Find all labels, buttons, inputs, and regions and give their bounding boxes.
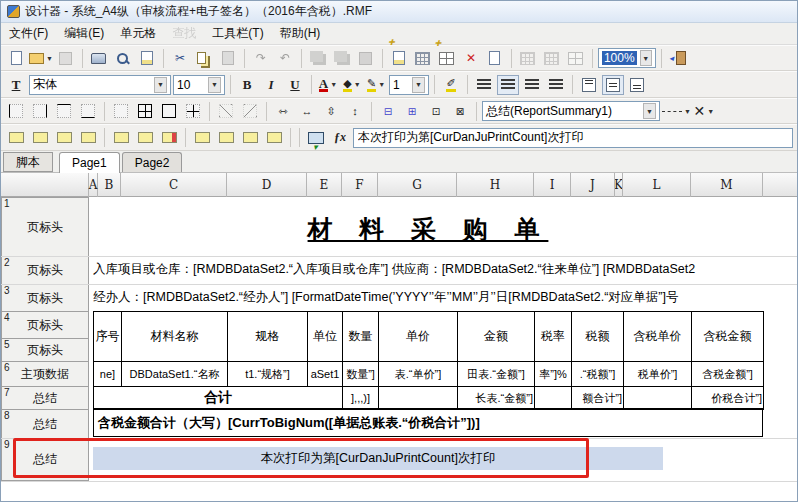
total-qty-cell[interactable]: ],,,)]	[343, 387, 379, 410]
highlight-button[interactable]: ✐	[440, 75, 462, 95]
tab-script[interactable]: 脚本	[3, 152, 53, 172]
col-header-i[interactable]: I	[534, 173, 571, 197]
insert-row-above-button[interactable]	[5, 128, 27, 148]
line-style-button[interactable]: ▼	[662, 101, 691, 121]
font-color-button[interactable]: A▼	[317, 75, 339, 95]
fill-color-button[interactable]: ◆▼	[341, 75, 363, 95]
valign-middle-button[interactable]	[602, 75, 624, 95]
header-cell-tax-amount[interactable]: 含税金额	[692, 312, 764, 362]
undo-button[interactable]: ↶	[274, 48, 296, 68]
report-canvas[interactable]: 材 料 采 购 单 入库项目或仓库：[RMDBDataSet2.“入库项目或仓库…	[1, 197, 798, 502]
header-cell-spec[interactable]: 规格	[228, 312, 308, 362]
snap-grid-button[interactable]	[541, 48, 563, 68]
header-cell-seq[interactable]: 序号	[94, 312, 122, 362]
data-cell-qty[interactable]: 数量”]	[343, 362, 379, 387]
add-page-button[interactable]	[436, 48, 458, 68]
bring-forward-button[interactable]	[307, 48, 329, 68]
print-button[interactable]	[88, 48, 110, 68]
tab-page1[interactable]: Page1	[59, 152, 120, 173]
delete-page-button[interactable]: ✕	[460, 48, 482, 68]
valign-top-button[interactable]	[578, 75, 600, 95]
zoom-dropdown-arrow[interactable]: ▼	[640, 50, 652, 66]
menu-edit[interactable]: 编辑(E)	[56, 23, 112, 44]
line-style-dropdown-arrow[interactable]: ▼	[684, 108, 691, 115]
cell-content-button[interactable]	[305, 128, 327, 148]
page-setup-button[interactable]	[136, 48, 158, 68]
header-cell-material[interactable]: 材料名称	[122, 312, 228, 362]
border-all-button[interactable]	[134, 101, 156, 121]
font-dialog-button[interactable]: T	[5, 75, 27, 95]
merge-cells-button[interactable]	[191, 128, 213, 148]
delete-col-button[interactable]	[134, 128, 156, 148]
total-amount-cell[interactable]: 长表.“金额”]	[458, 387, 535, 410]
line-color-button[interactable]: ✎▼	[365, 75, 387, 95]
data-cell-tax-price[interactable]: 税单价”]	[624, 362, 692, 387]
blank-page-button[interactable]	[484, 48, 506, 68]
fill-color-dropdown-arrow[interactable]: ▼	[354, 81, 361, 88]
auto-height-button[interactable]: ↕	[344, 101, 366, 121]
total-tax-amount-cell[interactable]: 价税合计”]	[692, 387, 764, 410]
cut-button[interactable]: ✂	[169, 48, 191, 68]
border-outer-button[interactable]	[158, 101, 180, 121]
exit-button[interactable]	[667, 48, 689, 68]
line-color-dropdown-arrow[interactable]: ▼	[378, 81, 385, 88]
header-cell-qty[interactable]: 数量	[343, 312, 379, 362]
bold-button[interactable]: B	[236, 75, 258, 95]
align-right-button[interactable]	[521, 75, 543, 95]
insert-col-right-button[interactable]	[77, 128, 99, 148]
data-cell-spec[interactable]: t1.“规格”]	[228, 362, 308, 387]
delete-row-button[interactable]	[110, 128, 132, 148]
fit-height-button[interactable]: ⇳	[320, 101, 342, 121]
header-cell-tax-price[interactable]: 含税单价	[624, 312, 692, 362]
formula-input[interactable]	[353, 128, 793, 148]
header-cell-tax-rate[interactable]: 税率	[535, 312, 572, 362]
detail-table[interactable]: 序号 材料名称 规格 单位 数量 单价 金额 税率 税额 含税单价 含税金额 n…	[93, 311, 764, 410]
col-header-l[interactable]: L	[623, 173, 691, 197]
header-cell-price[interactable]: 单价	[379, 312, 458, 362]
menu-toolbar[interactable]: 工具栏(T)	[204, 23, 271, 44]
data-cell-tax-rate[interactable]: 率”]%	[535, 362, 572, 387]
col-header-f[interactable]: F	[342, 173, 378, 197]
data-cell-tax[interactable]: .“税额”]	[572, 362, 624, 387]
font-name-combo[interactable]: 宋体 ▼	[29, 75, 171, 95]
split-cell-v-button[interactable]: ⊞	[401, 101, 423, 121]
report-info-line-2[interactable]: 经办人：[RMDBDataSet2.“经办人”] [FormatDateTime…	[93, 289, 761, 306]
band-selector-dropdown-arrow[interactable]: ▼	[643, 103, 656, 119]
object-frame-button[interactable]	[355, 48, 377, 68]
merge-row-button[interactable]	[239, 128, 261, 148]
split-pane-button[interactable]	[565, 48, 587, 68]
line-width-dropdown-arrow[interactable]: ▼	[412, 77, 425, 93]
underline-button[interactable]: U	[284, 75, 306, 95]
total-rate-cell[interactable]	[535, 387, 572, 410]
amount-in-words-cell[interactable]: 含税金额合计（大写）[CurrToBigNum([单据总账表.“价税合计”])]	[93, 408, 763, 437]
font-size-dropdown-arrow[interactable]: ▼	[208, 77, 221, 93]
header-cell-tax[interactable]: 税额	[572, 312, 624, 362]
header-cell-amount[interactable]: 金额	[458, 312, 535, 362]
auto-width-button[interactable]: ↔	[296, 101, 318, 121]
data-cell-price[interactable]: 表.“单价”]	[379, 362, 458, 387]
copy-button[interactable]	[193, 48, 215, 68]
report-info-line-1[interactable]: 入库项目或仓库：[RMDBDataSet2.“入库项目或仓库”] 供应商：[RM…	[93, 261, 761, 278]
save-button[interactable]	[55, 48, 77, 68]
menu-file[interactable]: 文件(F)	[1, 23, 56, 44]
col-header-m[interactable]: M	[691, 173, 763, 197]
col-header-j[interactable]: J	[571, 173, 615, 197]
col-header-k[interactable]: K	[615, 173, 623, 197]
font-name-dropdown-arrow[interactable]: ▼	[154, 77, 167, 93]
border-right-button[interactable]	[29, 101, 51, 121]
border-left-button[interactable]	[5, 101, 27, 121]
header-cell-unit[interactable]: 单位	[308, 312, 343, 362]
border-top-button[interactable]	[53, 101, 75, 121]
split-cell-h-button[interactable]: ⊟	[377, 101, 399, 121]
align-justify-button[interactable]	[545, 75, 567, 95]
col-header-b[interactable]: B	[98, 173, 121, 197]
col-header-d[interactable]: D	[227, 173, 307, 197]
function-button[interactable]: ƒx	[329, 128, 351, 148]
fit-width-button[interactable]: ⇿	[272, 101, 294, 121]
align-center-button[interactable]	[497, 75, 519, 95]
insert-row-below-button[interactable]	[29, 128, 51, 148]
delete-cells-button[interactable]	[158, 128, 180, 148]
col-header-a[interactable]: A	[89, 173, 98, 197]
total-label-cell[interactable]: 合计	[94, 387, 343, 410]
valign-bottom-button[interactable]	[626, 75, 648, 95]
